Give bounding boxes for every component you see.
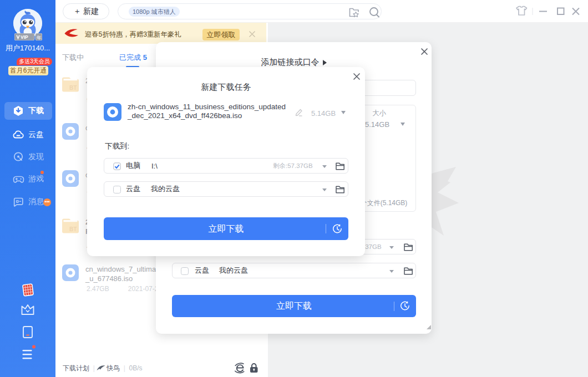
svg-text:VIP: VIP [21,34,28,40]
svg-text:年: 年 [37,35,42,40]
